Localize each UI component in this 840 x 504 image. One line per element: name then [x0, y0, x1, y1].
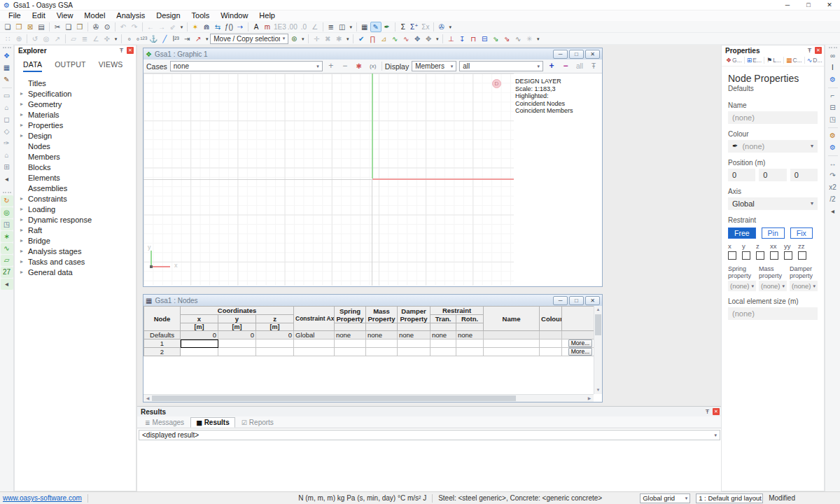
menu-item[interactable]: Edit [27, 10, 51, 21]
table-cell[interactable]: 0 [218, 331, 256, 340]
sculpt-icon[interactable]: ✎ [1, 74, 13, 85]
cut-icon[interactable]: ✂ [52, 22, 63, 32]
close-file-icon[interactable]: ⊠ [24, 22, 36, 32]
more-button[interactable]: More... [568, 340, 592, 347]
select-poly-icon[interactable]: ▱ [68, 34, 79, 44]
explorer-tree-item[interactable]: ▸ Analysis stages [15, 246, 136, 256]
align-icon[interactable]: ↔ [827, 158, 839, 169]
table-cell[interactable] [398, 348, 430, 356]
table-view-icon[interactable]: ▦ [359, 22, 370, 32]
position-field[interactable]: 0 [759, 169, 786, 181]
menu-item[interactable]: Tools [186, 10, 216, 21]
menu-item[interactable]: Help [253, 10, 281, 21]
table-cell[interactable]: none [398, 331, 430, 340]
more-arrow-icon[interactable]: ◂ [827, 206, 839, 217]
zoom-icon[interactable]: ◎ [1, 207, 13, 218]
sum-clear-icon[interactable]: Σx [420, 22, 431, 32]
displayed-result-combobox[interactable]: <displayed result> ▾ [139, 430, 720, 440]
table-cell[interactable] [218, 348, 256, 356]
case-icon[interactable]: ◻ [1, 114, 13, 125]
column-header[interactable]: Tran. [430, 315, 456, 323]
support-icon[interactable]: ⊥ [445, 34, 456, 44]
table-cell[interactable] [398, 340, 430, 348]
spline-icon[interactable]: ∿ [400, 34, 412, 44]
table-cell[interactable] [484, 331, 540, 340]
property-dropdown[interactable]: (none) ▾ [759, 281, 787, 291]
snap-end-icon[interactable]: ⇥ [181, 34, 192, 44]
display-filter-combobox[interactable]: all ▾ [459, 61, 543, 71]
dimension-icon[interactable]: ⊟ [827, 102, 839, 113]
minimize-button[interactable]: ─ [553, 50, 568, 59]
dropdown-icon[interactable]: ▾ [434, 34, 440, 44]
restraint-checkbox[interactable] [742, 251, 750, 260]
vertical-scrollbar[interactable]: ▲ ▼ [594, 306, 602, 394]
explorer-tree-item[interactable]: Assemblies [15, 183, 136, 193]
dropdown-icon[interactable]: ▾ [344, 34, 351, 44]
menu-item[interactable]: View [51, 10, 79, 21]
position-field[interactable]: 0 [790, 169, 818, 181]
table-cell[interactable]: 0 [181, 331, 218, 340]
menu-item[interactable]: Analysis [111, 10, 150, 21]
scroll-right-icon[interactable]: ▶ [585, 395, 594, 402]
close-icon[interactable]: ✕ [713, 408, 720, 415]
units-status[interactable]: N (m, m, m) kg Pa (s, min, day) °C m/s² … [298, 494, 426, 502]
table-cell[interactable] [430, 348, 456, 356]
lock-icon[interactable]: ⌂ [1, 102, 13, 113]
scrollbar-thumb[interactable] [595, 314, 601, 335]
table-view-icon[interactable]: ▦ [1, 62, 13, 74]
more-button[interactable]: More... [568, 348, 592, 356]
table-cell[interactable] [430, 340, 456, 348]
globe-icon[interactable]: ⊛ [288, 34, 300, 44]
explorer-tree-item[interactable]: Elements [15, 172, 136, 183]
dropdown-icon[interactable]: ▾ [178, 22, 185, 32]
close-button[interactable]: ✕ [585, 50, 600, 59]
axis-dropdown[interactable]: Global ▾ [728, 197, 818, 210]
display-settings-icon[interactable]: ⚙ [827, 74, 839, 85]
select-list-icon[interactable]: ≣ [79, 34, 90, 44]
decimal-remove-icon[interactable]: .0 [298, 22, 309, 32]
position-field[interactable]: 0 [728, 169, 755, 181]
more-arrow-icon[interactable]: ◂ [1, 279, 13, 290]
table-cell[interactable] [294, 340, 335, 348]
minimize-button[interactable]: ─ [553, 296, 568, 305]
table-cell[interactable] [540, 348, 562, 356]
display-all-button[interactable]: all [574, 61, 585, 71]
grid-combobox[interactable]: Global grid ▾ [640, 493, 690, 503]
column-header[interactable]: Spring Property [335, 307, 366, 323]
scale-half-icon[interactable]: /2 [827, 194, 839, 205]
display-entity-combobox[interactable]: Members ▾ [412, 61, 456, 71]
table-cell[interactable] [294, 348, 335, 356]
redo-icon[interactable]: ↷ [129, 22, 140, 32]
explorer-tree-item[interactable]: Blocks [15, 162, 136, 172]
table-cell[interactable]: 0 [256, 331, 294, 340]
cases-combobox[interactable]: none ▾ [170, 61, 323, 71]
property-dropdown[interactable]: (none) ▾ [790, 281, 818, 291]
create-grid-icon[interactable]: ⊿ [378, 34, 389, 44]
save-icon[interactable]: ▤ [36, 22, 47, 32]
horizontal-scrollbar[interactable]: ◀ ▶ [144, 394, 594, 402]
explorer-tree-item[interactable]: ▸ Design [15, 130, 136, 141]
dropdown-icon[interactable]: ▾ [113, 34, 119, 44]
new-file-icon[interactable]: ❏ [2, 22, 13, 32]
colour-settings-icon[interactable]: ⚙ [827, 130, 839, 141]
annotate-27-icon[interactable]: 27 [1, 267, 13, 278]
array-icon[interactable]: ✥ [423, 34, 434, 44]
node-icon[interactable]: ∘ [124, 34, 135, 44]
dropdown-icon[interactable]: ▾ [535, 34, 541, 44]
brush-icon[interactable]: ✒ [382, 22, 393, 32]
dock-icon[interactable]: ∷ [2, 34, 13, 44]
function-icon[interactable]: ƒ() [223, 22, 234, 32]
table-cell[interactable]: none [456, 331, 484, 340]
explorer-tree-item[interactable]: Titles [15, 78, 136, 88]
restraint-checkbox[interactable] [770, 251, 778, 260]
scroll-up-icon[interactable]: ▲ [594, 306, 602, 314]
more-arrow-icon[interactable]: ◂ [1, 174, 13, 185]
element-size-field[interactable]: (none) [728, 307, 818, 320]
column-width-icon[interactable]: ◫ [337, 22, 348, 32]
restraint-checkbox[interactable] [756, 251, 764, 260]
graphic-view-icon[interactable]: ❖ [1, 50, 13, 62]
maximize-button[interactable]: □ [569, 296, 584, 305]
dropdown-icon[interactable]: ▾ [447, 22, 454, 32]
column-header[interactable]: x [181, 315, 218, 323]
explorer-tree-item[interactable]: ▸ Bridge [15, 235, 136, 246]
